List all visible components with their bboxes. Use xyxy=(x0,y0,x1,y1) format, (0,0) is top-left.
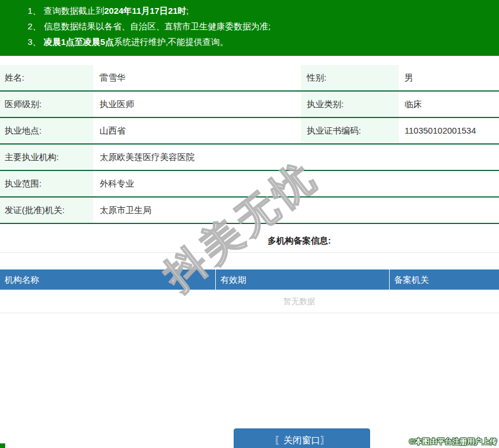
notice-text-bold: 凌晨1点至凌晨5点 xyxy=(44,37,114,47)
field-value-gender: 男 xyxy=(399,65,499,90)
field-value-name: 雷雪华 xyxy=(93,65,301,90)
field-label-practice-scope: 执业范围: xyxy=(0,171,93,196)
notice-line-number: 2、 xyxy=(28,18,44,34)
divider xyxy=(0,252,499,253)
column-header-validity-period: 有效期 xyxy=(216,269,390,290)
copyright-watermark: ©本图由平台注册用户上传 xyxy=(409,436,497,447)
divider xyxy=(0,313,499,313)
notice-text: 信息数据结果以各省、自治区、直辖市卫生健康委数据为准; xyxy=(44,21,271,31)
empty-data-text: 暂无数据 xyxy=(100,290,499,313)
field-label-main-institution: 主要执业机构: xyxy=(0,145,93,170)
corner-accent xyxy=(0,443,5,448)
notice-line-number: 3、 xyxy=(28,34,44,50)
field-value-doctor-level: 执业医师 xyxy=(93,92,301,117)
notice-line-2: 2、信息数据结果以各省、自治区、直辖市卫生健康委数据为准; xyxy=(0,18,499,34)
field-value-practice-place: 山西省 xyxy=(93,118,301,143)
field-label-doctor-level: 医师级别: xyxy=(0,92,93,117)
notice-text: ; xyxy=(186,6,189,16)
notice-text-bold: 2024年11月17日21时 xyxy=(104,6,186,16)
field-label-issuing-authority: 发证(批准)机关: xyxy=(0,198,93,223)
field-value-certificate-no: 110350102001534 xyxy=(399,118,499,143)
table-row: 执业范围: 外科专业 xyxy=(0,171,499,198)
table-row: 医师级别: 执业医师 执业类别: 临床 xyxy=(0,92,499,118)
notice-text: 系统进行维护,不能提供查询。 xyxy=(114,37,228,47)
field-label-gender: 性别: xyxy=(301,65,399,90)
close-window-button[interactable]: 〖关闭窗口〗 xyxy=(234,428,370,448)
field-value-practice-type: 临床 xyxy=(399,92,499,117)
table-row: 主要执业机构: 太原欧美莲医疗美容医院 xyxy=(0,145,499,171)
notice-line-3: 3、凌晨1点至凌晨5点系统进行维护,不能提供查询。 xyxy=(0,34,499,50)
table-row: 发证(批准)机关: 太原市卫生局 xyxy=(0,198,499,224)
records-table-header: 机构名称 有效期 备案机关 xyxy=(0,269,499,290)
field-label-name: 姓名: xyxy=(0,65,93,90)
notice-text: 查询数据截止到 xyxy=(44,6,104,16)
license-query-result-page: 1、查询数据截止到2024年11月17日21时; 2、信息数据结果以各省、自治区… xyxy=(0,0,499,448)
field-value-main-institution: 太原欧美莲医疗美容医院 xyxy=(93,145,499,170)
notice-banner: 1、查询数据截止到2024年11月17日21时; 2、信息数据结果以各省、自治区… xyxy=(0,0,499,56)
field-label-certificate-no: 执业证书编码: xyxy=(301,118,399,143)
column-header-record-authority: 备案机关 xyxy=(390,269,499,290)
field-label-practice-type: 执业类别: xyxy=(301,92,399,117)
field-value-issuing-authority: 太原市卫生局 xyxy=(93,198,499,223)
notice-line-number: 1、 xyxy=(28,3,44,18)
doctor-profile-table: 姓名: 雷雪华 性别: 男 医师级别: 执业医师 执业类别: 临床 执业地点: … xyxy=(0,65,499,224)
column-header-institution-name: 机构名称 xyxy=(0,269,216,290)
table-row: 执业地点: 山西省 执业证书编码: 110350102001534 xyxy=(0,118,499,145)
section-heading-multi-institution-records: 多机构备案信息: xyxy=(100,233,499,249)
notice-line-1: 1、查询数据截止到2024年11月17日21时; xyxy=(0,3,499,18)
field-label-practice-place: 执业地点: xyxy=(0,118,93,143)
table-row: 姓名: 雷雪华 性别: 男 xyxy=(0,65,499,92)
field-value-practice-scope: 外科专业 xyxy=(93,171,499,196)
